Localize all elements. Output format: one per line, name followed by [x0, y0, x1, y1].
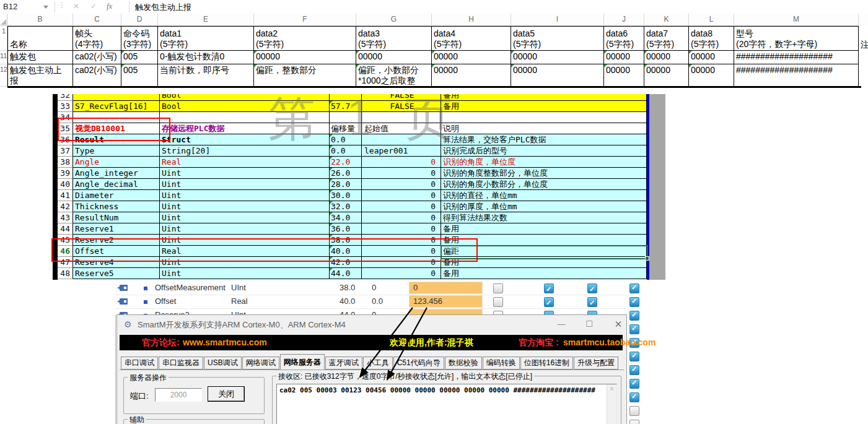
checkbox-checked[interactable] — [544, 283, 554, 293]
column-header[interactable]: K — [644, 14, 689, 26]
cell-name[interactable]: S7_RecvFlag[16] — [73, 101, 160, 112]
row-number[interactable]: 32 — [58, 94, 73, 101]
close-server-button[interactable]: 关闭 — [208, 386, 245, 402]
cell-type[interactable]: Uint — [160, 179, 330, 190]
resize-dots-icon[interactable]: ⋮ — [58, 1, 66, 9]
cell-name[interactable]: Reserve2 — [73, 235, 160, 246]
cell-offset[interactable]: 36.0 — [330, 223, 362, 235]
cell-start-value[interactable]: 0 — [362, 201, 441, 212]
row-number[interactable]: 33 — [58, 101, 73, 112]
cell-description[interactable]: 备用 — [441, 268, 647, 279]
tab[interactable]: 位图转16进制 — [520, 357, 573, 370]
row-number[interactable]: 44 — [58, 223, 73, 235]
cell-start-value[interactable]: FALSE — [362, 94, 441, 101]
cell-start-value[interactable]: 0 — [362, 257, 441, 268]
cell-description[interactable]: 说明 — [441, 123, 647, 134]
tag-start-value[interactable]: 0 — [372, 282, 376, 293]
cell-type[interactable]: Uint — [160, 201, 330, 212]
cell-offset[interactable]: 38.0 — [330, 235, 362, 246]
cell-offset[interactable]: 26.0 — [330, 168, 362, 179]
cell-name[interactable]: Diameter — [73, 190, 160, 201]
cell[interactable]: 00000 — [604, 64, 644, 87]
cell-offset[interactable]: 34.0 — [330, 212, 362, 223]
cell-name[interactable]: Angle_integer — [73, 168, 160, 179]
cell[interactable]: 00000 — [644, 64, 689, 87]
close-button[interactable]: ✕ — [608, 318, 629, 331]
cell-name[interactable]: Angle — [73, 157, 160, 168]
cell-offset[interactable]: 44.0 — [330, 268, 362, 279]
cell[interactable]: 00000 — [511, 51, 604, 64]
tab[interactable]: 升级与配置 — [574, 357, 618, 370]
cell[interactable]: ca02(小写) — [73, 51, 121, 64]
cell[interactable]: 00000 — [604, 51, 644, 64]
row-number[interactable]: 35 — [58, 123, 73, 134]
cell-start-value[interactable] — [362, 112, 441, 123]
cell-name[interactable]: Result — [73, 134, 160, 145]
row-number[interactable]: 1 — [0, 26, 7, 51]
cell[interactable]: 00000 — [254, 51, 356, 64]
cell-type[interactable]: Uint — [160, 257, 330, 268]
cell[interactable]: 00000 — [356, 51, 432, 64]
column-header[interactable]: F — [254, 14, 356, 26]
cell-start-value[interactable]: 0 — [362, 179, 441, 190]
tab[interactable]: 串口监视器 — [159, 357, 203, 370]
cell-description[interactable]: 识别的角度小数部分，单位度 — [441, 179, 647, 190]
cell-description[interactable]: 备用 — [441, 257, 647, 268]
cell[interactable]: 注 — [859, 26, 868, 51]
tag-type[interactable]: UInt — [231, 282, 246, 293]
cell-name[interactable]: Type — [73, 145, 160, 157]
cell-start-value[interactable]: 0 — [362, 246, 441, 257]
cell-name-box[interactable]: B12 — [3, 2, 17, 11]
checkbox-checked[interactable] — [629, 311, 639, 321]
insert-function-icon[interactable]: fx — [107, 1, 112, 11]
checkbox-checked[interactable] — [629, 392, 639, 402]
cell[interactable]: data8 (5字符) — [689, 26, 734, 51]
cell-description[interactable]: 识别的厚度，单位mm — [441, 201, 647, 212]
receive-textarea[interactable]: ca02 005 00003 00123 00456 00000 00000 0… — [276, 384, 617, 424]
title-bar[interactable]: ⚙ SmartM开发板系列支持ARM Cortex-M0、ARM Cortex-… — [117, 315, 626, 334]
cell[interactable]: data6 (5字符) — [604, 26, 644, 51]
cell-start-value[interactable]: 0 — [362, 223, 441, 235]
cell-offset[interactable] — [330, 94, 362, 101]
cell-type[interactable]: Uint — [160, 223, 330, 235]
scrollbar[interactable]: ∧ — [607, 384, 616, 424]
row-number[interactable]: 48 — [58, 268, 73, 279]
cell-start-value[interactable] — [362, 134, 441, 145]
row-number[interactable]: 12 — [0, 64, 7, 87]
cell-description[interactable]: 备用 — [441, 94, 647, 101]
cell[interactable]: data5 (5字符) — [511, 26, 604, 51]
column-header[interactable]: M — [734, 14, 859, 26]
cell-description[interactable]: 识别的角度，单位度 — [441, 157, 647, 168]
cell-start-value[interactable]: 起始值 — [362, 123, 441, 134]
cell[interactable]: 0-触发包计数清0 — [158, 51, 254, 64]
watch-table-row[interactable]: OffsetMeasurement UInt 38.0 0 0 — [115, 281, 644, 295]
tag-offset[interactable]: 40.0 — [340, 296, 355, 307]
cell-description[interactable]: 识别的角度整数部分，单位度 — [441, 168, 647, 179]
cell[interactable]: #################### — [734, 51, 859, 64]
cell-description[interactable]: 识别完成后的型号 — [441, 145, 647, 157]
cell[interactable]: 00000 — [432, 64, 511, 87]
cell-offset[interactable] — [330, 112, 362, 123]
cell-offset[interactable]: 22.0 — [330, 157, 362, 168]
cell-type[interactable]: Uint — [160, 190, 330, 201]
cell[interactable]: 00000 — [689, 64, 734, 87]
cell[interactable]: 005 — [121, 64, 158, 87]
cell-start-value[interactable]: 0 — [362, 235, 441, 246]
cell[interactable]: data7 (5字符) — [644, 26, 689, 51]
cell[interactable]: #################### — [734, 64, 859, 87]
cell-type[interactable] — [160, 112, 330, 123]
cell-type[interactable]: Bool — [160, 101, 330, 112]
cell-description[interactable]: 算法结果，交给客户PLC数据 — [441, 134, 647, 145]
cell-type[interactable]: Bool — [160, 94, 330, 101]
column-header[interactable]: G — [356, 14, 432, 26]
column-header[interactable]: E — [158, 14, 254, 26]
checkbox-checked[interactable] — [544, 297, 554, 307]
cell[interactable]: 偏距，小数部分 *1000之后取整 — [356, 64, 432, 87]
forum-url[interactable]: www.smartmcu.com — [183, 337, 267, 347]
cell[interactable]: data2 (5字符) — [254, 26, 356, 51]
cell-name[interactable]: Thickness — [73, 201, 160, 212]
tab[interactable]: 串口调试 — [121, 357, 158, 370]
watch-table-row[interactable]: Offset Real 40.0 0.0 123.456 — [115, 295, 644, 309]
cell-type[interactable]: Uint — [160, 268, 330, 279]
tab[interactable]: 蓝牙调试 — [325, 357, 362, 370]
